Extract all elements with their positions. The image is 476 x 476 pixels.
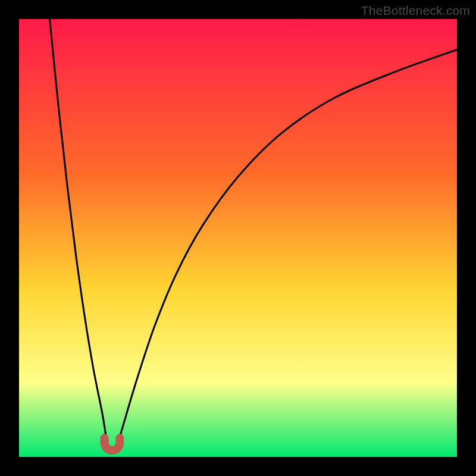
watermark-text: TheBottleneck.com <box>361 4 470 18</box>
chart-svg <box>19 19 457 457</box>
chart-frame: TheBottleneck.com <box>0 0 476 476</box>
gradient-background <box>19 19 457 457</box>
plot-area <box>19 19 457 457</box>
